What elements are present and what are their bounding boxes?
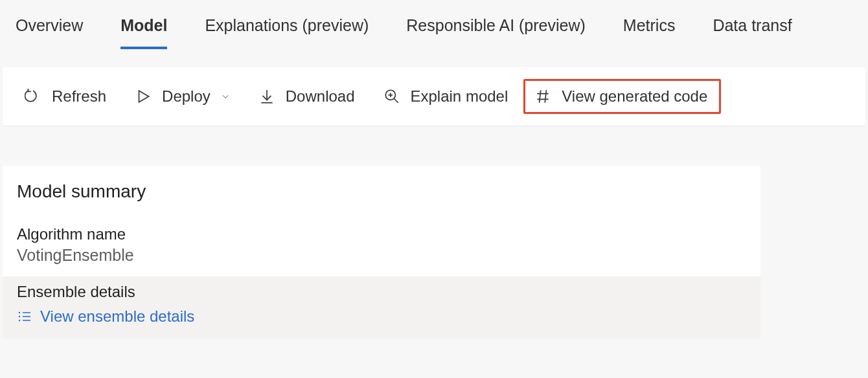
explain-model-label: Explain model (411, 87, 508, 106)
refresh-label: Refresh (52, 87, 106, 106)
chevron-down-icon (221, 92, 230, 101)
deploy-button[interactable]: Deploy (122, 82, 243, 111)
ensemble-details-field: Ensemble details View ensemble details (3, 276, 760, 339)
view-generated-code-button[interactable]: View generated code (528, 83, 714, 109)
tab-data-transformation[interactable]: Data transf (713, 16, 792, 47)
algorithm-name-field: Algorithm name VotingEnsemble (3, 219, 760, 276)
tab-explanations[interactable]: Explanations (preview) (205, 16, 369, 47)
deploy-label: Deploy (162, 87, 211, 106)
download-label: Download (286, 87, 355, 106)
svg-point-11 (19, 312, 20, 313)
tab-metrics[interactable]: Metrics (623, 16, 676, 47)
svg-point-13 (19, 320, 20, 321)
tab-overview[interactable]: Overview (16, 16, 83, 47)
highlight-annotation: View generated code (523, 79, 721, 114)
svg-line-9 (540, 90, 541, 103)
view-ensemble-details-link[interactable]: View ensemble details (17, 307, 194, 326)
tabs-bar: Overview Model Explanations (preview) Re… (0, 0, 868, 49)
model-summary-card: Model summary Algorithm name VotingEnsem… (3, 166, 760, 339)
list-icon (17, 309, 32, 324)
view-ensemble-details-text: View ensemble details (40, 307, 194, 326)
algorithm-name-value: VotingEnsemble (17, 246, 746, 265)
play-icon (135, 88, 152, 105)
download-icon (258, 88, 275, 105)
svg-line-4 (394, 98, 398, 103)
tab-responsible-ai[interactable]: Responsible AI (preview) (406, 16, 586, 47)
svg-point-12 (19, 316, 20, 317)
refresh-icon (25, 88, 41, 105)
explain-model-button[interactable]: Explain model (371, 82, 521, 111)
command-bar: Refresh Deploy Download Explain model (3, 67, 865, 126)
zoom-in-icon (383, 88, 400, 105)
refresh-button[interactable]: Refresh (12, 82, 119, 111)
view-generated-code-label: View generated code (562, 87, 707, 106)
hash-icon (534, 88, 551, 105)
svg-marker-0 (139, 91, 149, 102)
svg-line-10 (545, 90, 547, 103)
tab-model[interactable]: Model (120, 16, 167, 49)
ensemble-details-label: Ensemble details (17, 283, 746, 301)
algorithm-name-label: Algorithm name (17, 225, 746, 243)
download-button[interactable]: Download (246, 82, 368, 111)
model-summary-title: Model summary (3, 166, 760, 219)
